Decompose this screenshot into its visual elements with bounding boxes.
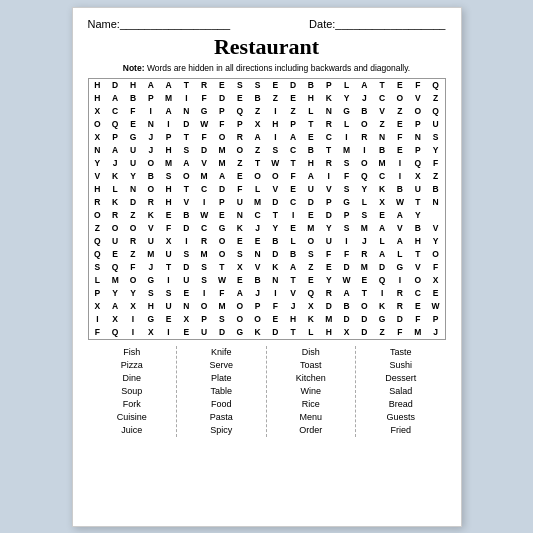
grid-cell: V — [427, 222, 445, 235]
grid-cell: A — [160, 105, 178, 118]
grid-cell: Z — [266, 92, 284, 105]
grid-cell: J — [142, 144, 160, 157]
grid-cell: L — [89, 274, 107, 287]
grid-cell: H — [89, 183, 107, 196]
grid-cell: Q — [89, 235, 107, 248]
grid-cell: A — [391, 209, 409, 222]
grid-cell: G — [195, 105, 213, 118]
grid-cell: U — [124, 144, 142, 157]
word-item: Knife — [211, 346, 232, 359]
grid-cell: K — [302, 313, 320, 326]
grid-cell: V — [409, 92, 427, 105]
grid-cell: Y — [106, 287, 124, 300]
grid-cell: I — [160, 118, 178, 131]
grid-cell: H — [124, 79, 142, 92]
grid-cell: P — [409, 144, 427, 157]
grid-cell: Z — [124, 248, 142, 261]
word-item: Fish — [123, 346, 140, 359]
grid-cell: D — [320, 300, 338, 313]
grid-cell: X — [249, 118, 267, 131]
grid-cell: X — [142, 326, 160, 339]
grid-cell: V — [266, 183, 284, 196]
grid-cell: M — [142, 248, 160, 261]
grid-cell: D — [106, 79, 124, 92]
grid-cell: Y — [355, 183, 373, 196]
grid-cell: L — [106, 183, 124, 196]
grid-cell: J — [106, 157, 124, 170]
grid-cell: Q — [427, 105, 445, 118]
grid-cell: U — [409, 183, 427, 196]
grid-cell: B — [302, 79, 320, 92]
grid-cell: D — [213, 183, 231, 196]
grid-cell: T — [249, 157, 267, 170]
grid-cell: O — [89, 118, 107, 131]
grid-cell: H — [302, 157, 320, 170]
grid-cell: C — [249, 209, 267, 222]
grid-cell: G — [124, 131, 142, 144]
worksheet-paper: Name:__________________ Date:___________… — [72, 7, 462, 527]
grid-cell: M — [106, 274, 124, 287]
grid-cell: U — [231, 196, 249, 209]
grid-cell: E — [124, 118, 142, 131]
grid-cell: O — [195, 300, 213, 313]
grid-cell: E — [213, 209, 231, 222]
grid-cell: K — [106, 196, 124, 209]
grid-cell: E — [160, 209, 178, 222]
grid-cell: H — [142, 300, 160, 313]
word-item: Table — [210, 385, 232, 398]
grid-cell: Z — [373, 118, 391, 131]
grid-cell: Z — [284, 105, 302, 118]
grid-cell: F — [89, 326, 107, 339]
name-label: Name:__________________ — [88, 18, 231, 30]
grid-cell: X — [106, 313, 124, 326]
grid-cell: E — [284, 222, 302, 235]
word-item: Fried — [390, 424, 411, 437]
grid-cell: X — [89, 131, 107, 144]
grid-cell: Q — [355, 170, 373, 183]
grid-cell: Y — [89, 157, 107, 170]
grid-cell: O — [231, 144, 249, 157]
grid-cell: U — [427, 118, 445, 131]
grid-cell: B — [391, 183, 409, 196]
grid-cell: R — [89, 196, 107, 209]
grid-cell: G — [142, 274, 160, 287]
grid-cell: Z — [249, 105, 267, 118]
grid-cell: C — [195, 222, 213, 235]
grid-cell: K — [373, 300, 391, 313]
grid-cell: X — [427, 274, 445, 287]
grid-cell: W — [195, 118, 213, 131]
grid-cell: N — [373, 131, 391, 144]
word-item: Menu — [299, 411, 322, 424]
word-item: Spicy — [210, 424, 232, 437]
word-item: Pasta — [210, 411, 233, 424]
word-item: Sushi — [389, 359, 412, 372]
grid-cell: I — [195, 287, 213, 300]
grid-cell: E — [320, 261, 338, 274]
grid-cell: N — [89, 144, 107, 157]
grid-cell: K — [142, 209, 160, 222]
grid-cell: I — [338, 235, 356, 248]
grid-cell: D — [320, 209, 338, 222]
grid-cell: R — [355, 131, 373, 144]
grid-cell: E — [302, 131, 320, 144]
grid-cell: E — [391, 118, 409, 131]
grid-cell: M — [355, 261, 373, 274]
grid-cell: U — [195, 326, 213, 339]
word-item: Dessert — [385, 372, 416, 385]
grid-cell: T — [284, 326, 302, 339]
grid-cell: E — [231, 274, 249, 287]
grid-cell: Q — [106, 261, 124, 274]
grid-cell: S — [177, 248, 195, 261]
grid-cell: T — [320, 144, 338, 157]
grid-cell: S — [427, 131, 445, 144]
grid-cell: G — [338, 196, 356, 209]
grid-cell: S — [89, 261, 107, 274]
grid-cell: B — [249, 274, 267, 287]
grid-cell: F — [284, 170, 302, 183]
grid-cell: Q — [231, 105, 249, 118]
grid-cell: H — [89, 79, 107, 92]
word-col-2: KnifeServePlateTableFoodPastaSpicy — [177, 346, 267, 437]
grid-cell: Z — [231, 157, 249, 170]
grid-cell: H — [89, 92, 107, 105]
note-text: Note: Words are hidden in all directions… — [88, 63, 446, 73]
